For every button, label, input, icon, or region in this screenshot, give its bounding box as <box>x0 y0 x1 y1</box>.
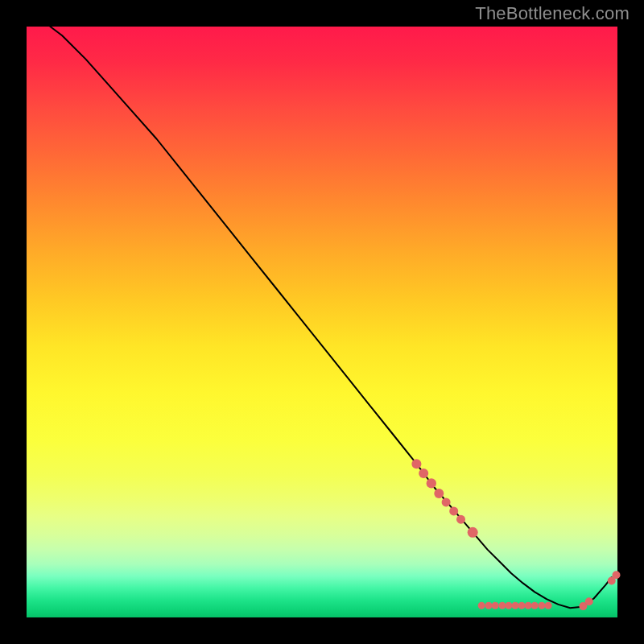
marker-point <box>492 602 499 609</box>
watermark-text: TheBottleneck.com <box>475 3 630 24</box>
plot-area <box>27 27 617 617</box>
marker-point <box>539 602 546 609</box>
marker-point <box>613 571 621 579</box>
marker-point <box>498 602 506 609</box>
marker-point <box>449 506 458 515</box>
curve-line <box>50 27 611 608</box>
marker-point <box>512 602 519 609</box>
marker-point <box>505 602 512 609</box>
marker-point <box>525 602 532 609</box>
marker-point <box>442 497 451 506</box>
marker-point <box>419 469 428 478</box>
marker-point <box>478 602 485 609</box>
marker-point <box>411 459 421 469</box>
marker-point <box>456 515 465 524</box>
marker-point <box>434 489 444 498</box>
curve-markers <box>411 459 620 610</box>
marker-point <box>427 478 436 488</box>
marker-point <box>485 602 493 609</box>
marker-point <box>585 597 593 605</box>
marker-point <box>531 602 539 609</box>
marker-point <box>468 527 478 538</box>
chart-container: TheBottleneck.com <box>0 0 644 644</box>
marker-point <box>518 602 526 609</box>
chart-svg <box>27 27 617 617</box>
marker-point <box>545 602 552 609</box>
